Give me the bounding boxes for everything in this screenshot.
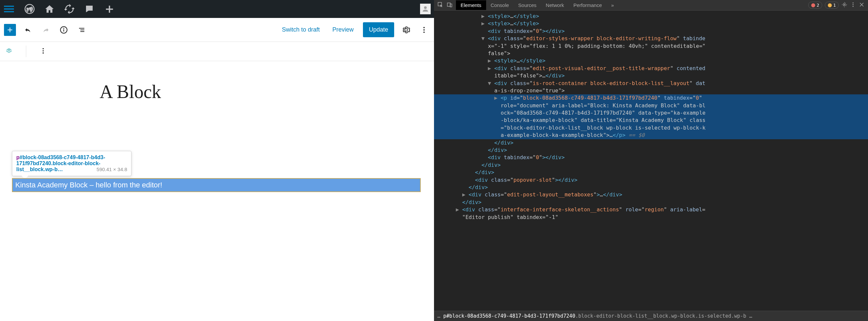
dom-node[interactable]: ▶ <style>…</style>	[434, 12, 868, 20]
dom-node-continuation[interactable]: itable="false">…</div>	[434, 72, 868, 80]
svg-point-13	[423, 32, 425, 33]
wordpress-logo-icon[interactable]	[25, 4, 34, 14]
dom-node[interactable]: ▼ <div class="editor-styles-wrapper bloc…	[434, 35, 868, 42]
svg-point-20	[844, 4, 845, 5]
selected-block[interactable]: Kinsta Academy Block – hello from the ed…	[12, 178, 421, 192]
svg-point-23	[853, 6, 854, 7]
svg-rect-9	[80, 30, 84, 30]
redo-button[interactable]	[40, 24, 52, 36]
inspector-tooltip: p#block-08ad3568-c749-4817-b4d3-171f97bd…	[12, 151, 131, 176]
devtools-tab-network[interactable]: Network	[541, 0, 569, 10]
user-avatar[interactable]	[420, 4, 431, 14]
dom-node[interactable]: </div>	[434, 169, 868, 176]
dom-node[interactable]: </div>	[434, 139, 868, 147]
info-button[interactable]	[58, 24, 70, 36]
home-icon[interactable]	[44, 4, 55, 14]
dom-node-continuation[interactable]: x="-1" style="flex: 1 1 0%; padding-bott…	[434, 42, 868, 50]
devtools-tab-console[interactable]: Console	[486, 0, 514, 10]
dom-node[interactable]: ▼ <div class="is-root-container block-ed…	[434, 80, 868, 87]
dom-node-continuation[interactable]: a-is-drop-zone="true">	[434, 87, 868, 94]
svg-point-4	[424, 6, 427, 9]
svg-point-14	[42, 48, 44, 49]
devtools-breadcrumb[interactable]: … p#block-08ad3568-c749-4817-b4d3-171f97…	[434, 311, 868, 321]
block-more-options-icon[interactable]	[39, 47, 47, 56]
tooltip-tag: p	[16, 154, 20, 160]
block-type-icon[interactable]	[5, 47, 12, 56]
undo-button[interactable]	[22, 24, 34, 36]
dom-node-continuation[interactable]: false">	[434, 50, 868, 57]
dom-node[interactable]: </div>	[434, 147, 868, 154]
dom-node-continuation[interactable]: -block/ka-example-block" data-title="Kin…	[434, 117, 868, 124]
devtools-tab-elements[interactable]: Elements	[456, 0, 486, 10]
add-block-button[interactable]	[4, 24, 16, 36]
refresh-icon[interactable]	[64, 4, 74, 14]
svg-point-12	[423, 29, 425, 31]
devtools-tab-performance[interactable]: Performance	[569, 0, 607, 10]
dom-tree[interactable]: ▶ <style>…</style> ▶ <style>…</style> <d…	[434, 11, 868, 311]
svg-rect-10	[80, 31, 84, 32]
wp-admin-bar	[0, 0, 434, 18]
dom-node-continuation[interactable]: role="document" aria-label="Block: Kinst…	[434, 102, 868, 109]
device-toolbar-icon[interactable]	[446, 2, 453, 9]
dom-node[interactable]: <div tabindex="0"></div>	[434, 28, 868, 35]
svg-point-16	[42, 52, 44, 54]
devtools-pane: ElementsConsoleSourcesNetworkPerformance…	[434, 0, 868, 321]
inspect-element-icon[interactable]	[437, 2, 443, 9]
devtools-tab-bar: ElementsConsoleSourcesNetworkPerformance…	[434, 0, 868, 11]
svg-point-15	[42, 50, 44, 52]
dom-node[interactable]: </div>	[434, 184, 868, 191]
dom-node[interactable]: </div>	[434, 162, 868, 169]
dom-node-continuation[interactable]: a-example-block-ka-example-block">…</p> …	[434, 132, 868, 139]
dom-node[interactable]: ▶ <div class="edit-post-layout__metaboxe…	[434, 191, 868, 198]
devtools-tab-sources[interactable]: Sources	[514, 0, 541, 10]
dom-node[interactable]: <div class="popover-slot"></div>	[434, 176, 868, 184]
tooltip-dimensions: 590.41 × 34.8	[97, 167, 127, 172]
dom-node[interactable]: ▶ <div class="interface-interface-skelet…	[434, 206, 868, 213]
editor-toolbar: Switch to draft Preview Update	[0, 18, 434, 42]
dom-node[interactable]: ▶ <style>…</style>	[434, 57, 868, 64]
warnings-badge[interactable]: 1	[825, 2, 839, 9]
dom-node[interactable]: ▶ <div class="edit-post-visual-editor__p…	[434, 65, 868, 72]
preview-button[interactable]: Preview	[329, 26, 357, 33]
svg-rect-8	[79, 28, 84, 29]
svg-point-22	[853, 4, 854, 5]
add-new-icon[interactable]	[104, 4, 114, 14]
update-button[interactable]: Update	[363, 22, 394, 37]
svg-rect-0	[4, 6, 14, 7]
editor-canvas[interactable]: A Block p#block-08ad3568-c749-4817-b4d3-…	[0, 61, 434, 321]
dom-node[interactable]: ▶ <style>…</style>	[434, 20, 868, 27]
svg-point-21	[853, 2, 854, 3]
settings-icon[interactable]	[400, 24, 412, 36]
menu-icon[interactable]	[3, 4, 14, 14]
svg-rect-2	[4, 11, 14, 12]
devtools-settings-icon[interactable]	[841, 2, 847, 9]
dom-node-continuation[interactable]: "Editor publish" tabindex="-1"	[434, 214, 868, 221]
dom-node[interactable]: ▶ <p id="block-08ad3568-c749-4817-b4d3-1…	[434, 94, 868, 102]
svg-point-7	[63, 28, 64, 29]
post-title[interactable]: A Block	[100, 81, 421, 103]
switch-to-draft-button[interactable]: Switch to draft	[279, 26, 323, 33]
dom-node-continuation[interactable]: ="block-editor-block-list__block wp-bloc…	[434, 124, 868, 132]
list-view-button[interactable]	[76, 24, 88, 36]
more-options-icon[interactable]	[418, 24, 430, 36]
dom-node[interactable]: </div>	[434, 199, 868, 206]
tooltip-selector: #block-08ad3568-c749-4817-b4d3-171f97bd7…	[16, 154, 105, 172]
dom-node[interactable]: <div tabindex="0"></div>	[434, 154, 868, 161]
more-tabs-icon[interactable]: »	[607, 0, 619, 10]
block-toolbar	[0, 42, 434, 61]
svg-point-11	[423, 27, 425, 28]
separator	[26, 46, 26, 57]
svg-rect-6	[63, 29, 64, 32]
dom-node-continuation[interactable]: ock="08ad3568-c749-4817-b4d3-171f97bd724…	[434, 109, 868, 117]
svg-rect-1	[4, 8, 14, 10]
devtools-close-icon[interactable]	[859, 2, 865, 9]
devtools-more-icon[interactable]	[850, 2, 856, 9]
comment-icon[interactable]	[84, 4, 94, 14]
wordpress-editor-pane: Switch to draft Preview Update A Block p…	[0, 0, 434, 321]
errors-badge[interactable]: 2	[808, 2, 822, 9]
